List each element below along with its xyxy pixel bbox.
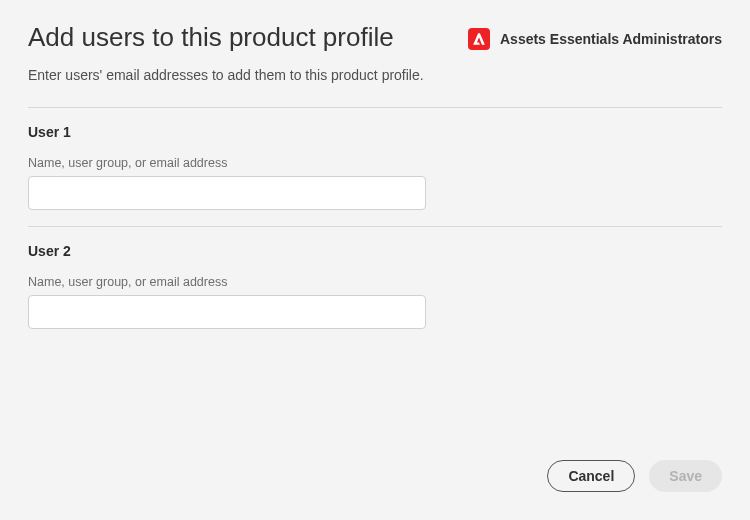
adobe-icon — [468, 28, 490, 50]
user-label: User 1 — [28, 124, 722, 140]
user-section-1: User 1 Name, user group, or email addres… — [28, 108, 722, 226]
cancel-button[interactable]: Cancel — [547, 460, 635, 492]
user-label: User 2 — [28, 243, 722, 259]
button-row: Cancel Save — [547, 460, 722, 492]
save-button[interactable]: Save — [649, 460, 722, 492]
user-2-input[interactable] — [28, 295, 426, 329]
page-title: Add users to this product profile — [28, 22, 394, 53]
field-label: Name, user group, or email address — [28, 275, 722, 289]
field-label: Name, user group, or email address — [28, 156, 722, 170]
page-subtitle: Enter users' email addresses to add them… — [28, 67, 722, 83]
user-section-2: User 2 Name, user group, or email addres… — [28, 227, 722, 345]
user-1-input[interactable] — [28, 176, 426, 210]
product-name: Assets Essentials Administrators — [500, 31, 722, 47]
product-badge: Assets Essentials Administrators — [468, 28, 722, 50]
